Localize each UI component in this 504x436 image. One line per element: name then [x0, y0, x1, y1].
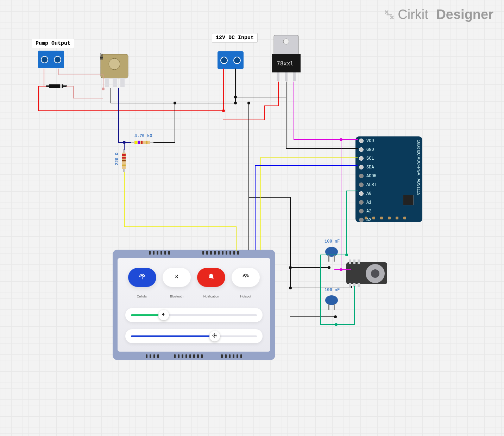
ads1115-pin-label: SDA [366, 165, 374, 170]
capacitor-top[interactable] [324, 246, 339, 262]
svg-rect-41 [353, 259, 355, 264]
label-dc-input[interactable]: 12V DC Input [212, 33, 258, 43]
ads1115-chip [403, 195, 414, 205]
ads1115-pin-label: VDD [366, 139, 374, 143]
ads1115-pin-dot [359, 174, 364, 178]
svg-point-10 [283, 39, 289, 44]
svg-rect-13 [277, 72, 279, 81]
svg-rect-25 [138, 141, 140, 144]
svg-rect-21 [122, 165, 126, 166]
ads1115-pin-label: A2 [366, 209, 371, 214]
pill-bluetooth[interactable] [163, 268, 191, 287]
svg-rect-5 [105, 78, 109, 87]
ads1115-side-label-1: 16Bit I2C ADC+PGA [417, 140, 421, 175]
label-resistor-220: 220 Ω [115, 153, 120, 165]
label-cap-bottom: 100 nF [325, 288, 340, 293]
svg-point-31 [325, 295, 338, 305]
svg-rect-15 [293, 72, 296, 81]
svg-rect-32 [328, 304, 329, 310]
ads1115-side-label-2: ADS1115 [417, 179, 421, 195]
terminal-pump-pin2[interactable] [54, 56, 61, 63]
label-cap-top: 100 nF [325, 239, 340, 244]
ads1115-pin-dot [359, 218, 364, 222]
ads1115-pin-dot [359, 139, 364, 143]
cellular-icon [138, 273, 146, 282]
pressure-sensor[interactable] [346, 259, 387, 287]
label-resistor-4k7: 4.70 kΩ [134, 134, 152, 139]
svg-rect-33 [334, 304, 335, 310]
svg-rect-20 [122, 160, 126, 161]
ads1115-pin-a2[interactable]: A2 [355, 207, 422, 216]
ads1115-pin-dot [359, 209, 364, 213]
ads1115-pin-dot [359, 182, 364, 187]
svg-point-4 [109, 58, 120, 70]
pill-label-hotspot: Hotspot [232, 295, 260, 298]
resistor-4k7[interactable] [130, 140, 153, 145]
pill-label-bluetooth: Bluetooth [163, 295, 191, 298]
terminal-dcin-pos[interactable] [220, 57, 228, 64]
svg-rect-40 [349, 259, 351, 264]
svg-point-43 [245, 276, 246, 277]
svg-point-44 [214, 334, 215, 336]
ads1115-pin-dot [359, 165, 364, 169]
ads1115-pin-sda[interactable]: SDA [355, 163, 422, 172]
svg-rect-18 [122, 154, 126, 156]
svg-text:BD677: BD677 [100, 53, 103, 60]
slider-track [131, 335, 257, 337]
slider-brightness[interactable] [125, 329, 263, 343]
ads1115-pin-label: SCL [366, 156, 374, 161]
volume-icon [161, 312, 166, 318]
slider-fill [131, 335, 213, 337]
pill-label-cellular: Cellular [128, 295, 156, 298]
notification-icon [208, 273, 215, 282]
ads1115-pin-vdd[interactable]: VDD [355, 136, 422, 145]
svg-rect-30 [334, 255, 335, 262]
ads1115-pin-dot [359, 156, 364, 161]
svg-rect-39 [358, 283, 360, 287]
ads1115-pin-label: ADDR [366, 174, 377, 179]
display-screen[interactable]: CellularBluetoothNotificationHotspot [118, 258, 270, 352]
svg-rect-14 [285, 72, 288, 81]
svg-rect-29 [328, 255, 329, 262]
schematic-canvas[interactable]: Pump Output 12V DC Input BD677 [0, 0, 504, 436]
pill-label-notification: Notification [197, 295, 225, 298]
terminal-pump-pin1[interactable] [41, 56, 48, 63]
ads1115-pin-dot [359, 191, 364, 196]
ads1115-pin-gnd[interactable]: GND [355, 145, 422, 154]
slider-knob-volume[interactable] [158, 310, 169, 320]
ads1115-pin-label: ALRT [366, 182, 377, 187]
svg-rect-26 [141, 141, 143, 144]
svg-rect-19 [122, 157, 126, 159]
ads1115-pin-alrt[interactable]: ALRT [355, 180, 422, 189]
resistor-220[interactable] [121, 149, 126, 172]
sun-icon [212, 333, 218, 340]
ads1115-pin-label: GND [366, 147, 374, 152]
ads1115-pin-label: A0 [366, 191, 371, 196]
terminal-dcin[interactable] [218, 51, 244, 69]
ads1115-pin-dot [359, 200, 364, 205]
ads1115-module[interactable]: VDDGNDSCLSDAADDRALRTA0A1A2A3 16Bit I2C A… [355, 136, 422, 222]
ads1115-pin-label: A1 [366, 200, 371, 205]
slider-knob-brightness[interactable] [209, 331, 220, 341]
ads1115-pin-dot [359, 147, 364, 152]
svg-point-36 [371, 269, 379, 278]
svg-rect-42 [358, 259, 360, 264]
svg-rect-24 [135, 141, 137, 144]
label-pump-output[interactable]: Pump Output [32, 39, 74, 48]
ads1115-pin-scl[interactable]: SCL [355, 154, 422, 163]
svg-rect-27 [146, 141, 147, 144]
flyback-diode[interactable] [46, 84, 67, 89]
pill-cellular[interactable] [128, 268, 156, 287]
slider-track [131, 314, 257, 316]
terminal-pump[interactable] [38, 51, 64, 68]
ads1115-pin-addr[interactable]: ADDR [355, 172, 422, 180]
touchscreen-display[interactable]: CellularBluetoothNotificationHotspot [113, 250, 275, 360]
bluetooth-icon [174, 274, 180, 281]
pill-notification[interactable] [197, 268, 225, 287]
voltage-regulator[interactable]: 78xxl [270, 34, 302, 82]
terminal-dcin-neg[interactable] [233, 57, 241, 64]
svg-rect-2 [60, 84, 62, 88]
capacitor-bottom[interactable] [324, 295, 339, 311]
pill-hotspot[interactable] [232, 268, 260, 287]
slider-volume[interactable] [125, 308, 263, 322]
